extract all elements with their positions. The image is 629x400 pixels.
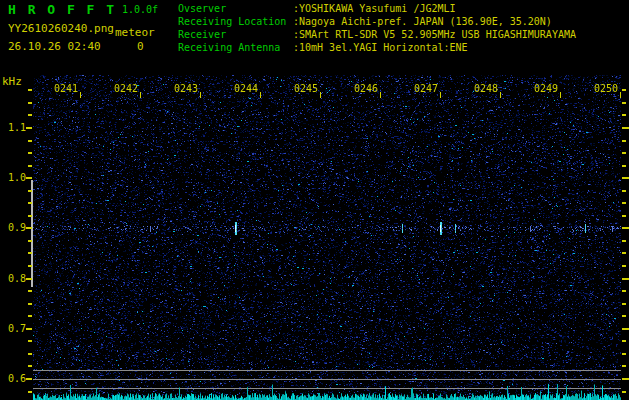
time-tick	[380, 92, 381, 98]
freq-right-tick	[622, 102, 626, 104]
freq-minor-tick	[28, 303, 32, 305]
freq-minor-tick	[28, 252, 32, 254]
freq-right-tick	[622, 391, 626, 393]
station-info-line: Receiver:SMArt RTL-SDR V5 52.905MHz USB …	[178, 28, 576, 41]
freq-right-tick	[622, 252, 626, 254]
app-title: H R O F F T	[8, 2, 116, 17]
freq-minor-tick	[28, 391, 32, 393]
freq-tick-label: 0.6	[0, 373, 26, 384]
time-tick-label: 0247	[388, 83, 438, 94]
info-value: :SMArt RTL-SDR V5 52.905MHz USB HIGASHIM…	[293, 29, 576, 40]
time-tick	[320, 92, 321, 98]
freq-right-tick	[622, 89, 626, 91]
freq-tick-label: 1.0	[0, 172, 26, 183]
freq-major-tick	[26, 177, 32, 179]
info-value: :Nagoya Aichi-pref. JAPAN (136.90E, 35.2…	[293, 16, 552, 27]
freq-right-tick	[622, 265, 626, 267]
freq-minor-tick	[28, 365, 32, 367]
freq-right-tick	[622, 202, 626, 204]
freq-tick-label: 0.8	[0, 273, 26, 284]
freq-minor-tick	[28, 202, 32, 204]
freq-right-tick	[622, 315, 626, 317]
freq-minor-tick	[28, 114, 32, 116]
station-info-line: Ovserver:YOSHIKAWA Yasufumi /JG2MLI	[178, 2, 576, 15]
freq-minor-tick	[28, 290, 32, 292]
freq-major-tick	[26, 328, 32, 330]
time-tick-label: 0242	[88, 83, 138, 94]
freq-right-tick	[622, 240, 626, 242]
output-filename: YY2610260240.png	[8, 22, 114, 35]
freq-right-tick	[622, 190, 626, 192]
freq-major-tick	[26, 278, 32, 280]
freq-right-tick	[622, 127, 629, 129]
station-info: Ovserver:YOSHIKAWA Yasufumi /JG2MLIRecei…	[178, 2, 576, 54]
time-tick-label: 0245	[268, 83, 318, 94]
freq-right-tick	[622, 177, 629, 179]
time-tick-label: 0243	[148, 83, 198, 94]
time-tick	[260, 92, 261, 98]
freq-right-tick	[622, 165, 626, 167]
time-tick-label: 0249	[508, 83, 558, 94]
info-label: Receiving Antenna	[178, 41, 293, 54]
meteor-count: 0	[137, 40, 144, 53]
time-tick	[200, 92, 201, 98]
freq-major-tick	[26, 127, 32, 129]
hrofft-window: H R O F F T 1.0.0f YY2610260240.png mete…	[0, 0, 629, 400]
freq-right-tick	[622, 378, 629, 380]
time-tick	[140, 92, 141, 98]
freq-tick-label: 0.9	[0, 222, 26, 233]
freq-minor-tick	[28, 140, 32, 142]
mode-label: meteor	[115, 26, 155, 39]
freq-minor-tick	[28, 165, 32, 167]
station-info-line: Receiving Antenna:10mH 3el.YAGI Horizont…	[178, 41, 576, 54]
freq-right-tick	[622, 215, 626, 217]
freq-right-tick	[622, 140, 626, 142]
freq-minor-tick	[28, 152, 32, 154]
calibration-band-line	[31, 180, 33, 287]
time-tick-label: 0250	[568, 83, 618, 94]
freq-right-tick	[622, 227, 629, 229]
freq-minor-tick	[28, 340, 32, 342]
time-tick-label: 0246	[328, 83, 378, 94]
freq-minor-tick	[28, 102, 32, 104]
spectrogram-canvas	[33, 75, 621, 400]
freq-minor-tick	[28, 315, 32, 317]
time-tick	[500, 92, 501, 98]
info-value: :10mH 3el.YAGI Horizontal:ENE	[293, 42, 468, 53]
app-version: 1.0.0f	[122, 4, 158, 15]
freq-minor-tick	[28, 190, 32, 192]
info-value: :YOSHIKAWA Yasufumi /JG2MLI	[293, 3, 456, 14]
freq-right-tick	[622, 340, 626, 342]
freq-minor-tick	[28, 265, 32, 267]
station-info-line: Receiving Location:Nagoya Aichi-pref. JA…	[178, 15, 576, 28]
time-tick-label: 0241	[28, 83, 78, 94]
freq-axis-unit-label: kHz	[2, 75, 22, 88]
time-tick-label: 0248	[448, 83, 498, 94]
freq-right-tick	[622, 278, 629, 280]
time-tick-label: 0244	[208, 83, 258, 94]
freq-minor-tick	[28, 215, 32, 217]
freq-tick-label: 0.7	[0, 323, 26, 334]
freq-right-tick	[622, 353, 626, 355]
info-label: Receiving Location	[178, 15, 293, 28]
freq-major-tick	[26, 227, 32, 229]
time-tick	[560, 92, 561, 98]
freq-right-tick	[622, 114, 626, 116]
freq-right-tick	[622, 290, 626, 292]
freq-tick-label: 1.1	[0, 122, 26, 133]
freq-right-tick	[622, 303, 626, 305]
freq-right-tick	[622, 365, 626, 367]
time-tick	[440, 92, 441, 98]
freq-right-tick	[622, 328, 629, 330]
freq-minor-tick	[28, 353, 32, 355]
freq-right-tick	[622, 152, 626, 154]
info-label: Receiver	[178, 28, 293, 41]
time-tick	[620, 92, 621, 98]
datetime-label: 26.10.26 02:40	[8, 40, 101, 53]
time-tick	[80, 92, 81, 98]
freq-minor-tick	[28, 240, 32, 242]
info-label: Ovserver	[178, 2, 293, 15]
freq-major-tick	[26, 378, 32, 380]
